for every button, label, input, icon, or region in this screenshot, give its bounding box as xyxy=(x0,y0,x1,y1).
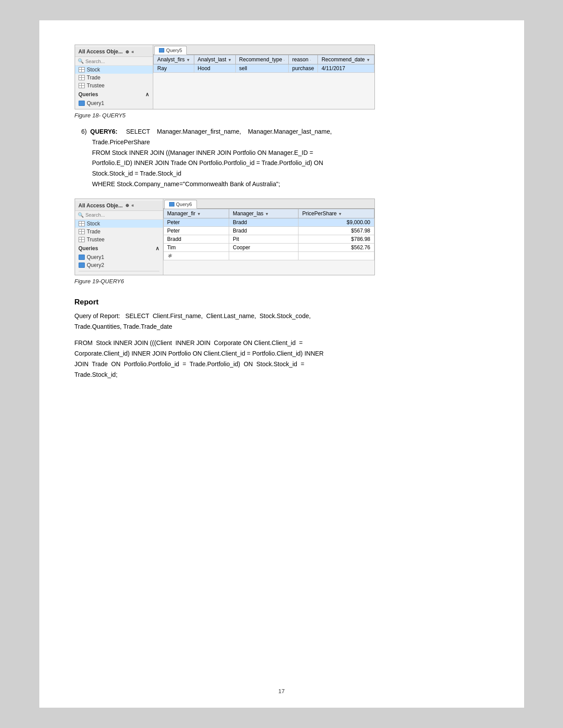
cell-mgr-last-2: Pit xyxy=(229,235,299,243)
nav-item-trustee-5[interactable]: Trustee xyxy=(75,82,153,90)
access-content-5: Query5 Analyst_firs ▼ Analyst_last ▼ Rec… xyxy=(153,45,374,109)
nav-label-trustee-5: Trustee xyxy=(87,83,105,89)
nav-search-6[interactable]: 🔍 xyxy=(75,211,163,220)
report-query-para1: Query of Report: SELECT Client.First_nam… xyxy=(75,311,489,332)
cell-recommend-type: sell xyxy=(235,64,288,73)
col-recommend-type[interactable]: Recommend_type · xyxy=(235,55,288,64)
cell-mgr-first-0: Peter xyxy=(163,218,229,226)
tab-label-6: Query6 xyxy=(176,202,192,207)
report-query-para2: FROM Stock INNER JOIN (((Client INNER JO… xyxy=(75,338,489,380)
query6-block: 6) QUERY6: SELECT Manager.Manager_first_… xyxy=(75,127,489,190)
figure18-caption: Figure 18- QUERY5 xyxy=(75,112,489,119)
col-mgr-first[interactable]: Manager_fir ▼ xyxy=(163,209,229,218)
query6-label: QUERY6: xyxy=(90,128,117,135)
figure19-caption: Figure 19-QUERY6 xyxy=(75,278,489,285)
search-input-6[interactable] xyxy=(86,212,160,218)
cell-analyst-first: Ray xyxy=(154,64,194,73)
col-analyst-last[interactable]: Analyst_last ▼ xyxy=(194,55,235,64)
query-icon-2-6 xyxy=(79,263,85,268)
col-recommend-date[interactable]: Recommend_date ▼ xyxy=(318,55,374,64)
nav-label-trade-5: Trade xyxy=(87,75,101,81)
cell-price-2: $786.98 xyxy=(299,235,374,243)
table-row-new[interactable]: ✱ xyxy=(163,251,374,260)
search-icon-5: 🔍 xyxy=(78,58,84,64)
report-heading: Report xyxy=(75,298,489,307)
access-panel-query5: All Access Obje... ⊕ « 🔍 Stock Trade xyxy=(75,45,375,109)
nav-section-label-5: Queries xyxy=(79,91,98,98)
tab-icon-5 xyxy=(159,48,164,53)
cell-price-1: $567.98 xyxy=(299,226,374,235)
nav-label-trade-6: Trade xyxy=(87,229,101,235)
nav-section-chevron-6[interactable]: ∧ xyxy=(155,245,159,251)
query6-table: Manager_fir ▼ Manager_las ▼ PricePerShar… xyxy=(163,209,374,260)
nav-header-6: All Access Obje... ⊕ « xyxy=(75,201,163,211)
nav-item-stock-5[interactable]: Stock xyxy=(75,66,153,74)
nav-label-stock-5: Stock xyxy=(87,67,100,73)
query6-line6: WHERE Stock.Company_name="Commonwealth B… xyxy=(75,179,489,190)
nav-item-query1-6[interactable]: Query1 xyxy=(75,253,163,261)
nav-item-trustee-6[interactable]: Trustee xyxy=(75,236,163,244)
query6-line2: Trade.PricePerShare xyxy=(75,137,489,148)
nav-label-query2-6: Query2 xyxy=(87,262,104,268)
table-row[interactable]: Peter Bradd $567.98 xyxy=(163,226,374,235)
nav-section-chevron-5[interactable]: ∧ xyxy=(145,91,149,98)
cell-mgr-first-3: Tim xyxy=(163,243,229,251)
table-row[interactable]: Ray Hood sell purchase 4/11/2017 xyxy=(154,64,374,73)
nav-item-query1-5[interactable]: Query1 xyxy=(75,99,153,107)
nav-search-5[interactable]: 🔍 xyxy=(75,57,153,66)
nav-item-trade-6[interactable]: Trade xyxy=(75,228,163,236)
cell-empty-1 xyxy=(229,251,299,260)
table-row[interactable]: Tim Cooper $562.76 xyxy=(163,243,374,251)
figure19-container: All Access Obje... ⊕ « 🔍 Stock Trade xyxy=(75,199,489,285)
cell-mgr-first-1: Peter xyxy=(163,226,229,235)
cell-mgr-last-1: Bradd xyxy=(229,226,299,235)
query5-table: Analyst_firs ▼ Analyst_last ▼ Recommend_… xyxy=(153,55,374,73)
access-panel-query6: All Access Obje... ⊕ « 🔍 Stock Trade xyxy=(75,199,375,275)
nav-collapse-5[interactable]: « xyxy=(132,49,134,54)
table-row[interactable]: Bradd Pit $786.98 xyxy=(163,235,374,243)
tab-query5[interactable]: Query5 xyxy=(154,46,187,55)
nav-title-6: All Access Obje... xyxy=(79,203,123,209)
nav-label-trustee-6: Trustee xyxy=(87,236,105,243)
nav-collapse-6[interactable]: « xyxy=(132,203,134,208)
nav-section-queries-5: Queries ∧ xyxy=(75,90,153,99)
search-input-5[interactable] xyxy=(86,59,151,64)
tab-bar-5: Query5 xyxy=(153,45,374,55)
tab-icon-6 xyxy=(169,202,174,206)
col-analyst-first[interactable]: Analyst_firs ▼ xyxy=(154,55,194,64)
report-section: Report Query of Report: SELECT Client.Fi… xyxy=(75,298,489,380)
nav-item-trade-5[interactable]: Trade xyxy=(75,74,153,82)
table-icon-trade-6 xyxy=(79,229,85,234)
tab-query6[interactable]: Query6 xyxy=(164,200,197,209)
table-icon-stock-6 xyxy=(79,221,85,226)
col-price-per-share[interactable]: PricePerShare ▼ xyxy=(299,209,374,218)
table-icon-trustee-5 xyxy=(79,83,85,88)
nav-item-query2-6[interactable]: Query2 xyxy=(75,261,163,269)
col-mgr-last[interactable]: Manager_las ▼ xyxy=(229,209,299,218)
table-icon-trade-5 xyxy=(79,75,85,80)
access-nav-6: All Access Obje... ⊕ « 🔍 Stock Trade xyxy=(75,199,163,275)
nav-section-label-6: Queries xyxy=(79,245,98,251)
nav-label-query1-6: Query1 xyxy=(87,254,104,260)
nav-chevron-6: ⊕ xyxy=(125,203,129,208)
table-row[interactable]: Peter Bradd $9,000.00 xyxy=(163,218,374,226)
access-content-6: Query6 Manager_fir ▼ Manager_las ▼ Price… xyxy=(163,199,374,275)
nav-item-stock-6[interactable]: Stock xyxy=(75,220,163,228)
cell-empty-2 xyxy=(299,251,374,260)
query6-line3: FROM Stock INNER JOIN ((Manager INNER JO… xyxy=(75,148,489,158)
cell-recommend-date: 4/11/2017 xyxy=(318,64,374,73)
cell-price-3: $562.76 xyxy=(299,243,374,251)
nav-header-5: All Access Obje... ⊕ « xyxy=(75,47,153,57)
table-icon-stock-5 xyxy=(79,67,85,72)
nav-label-stock-6: Stock xyxy=(87,221,100,227)
col-reason[interactable]: reason · xyxy=(288,55,317,64)
access-nav-5: All Access Obje... ⊕ « 🔍 Stock Trade xyxy=(75,45,154,109)
query6-line4: Portfolio.E_ID) INNER JOIN Trade ON Port… xyxy=(75,158,489,169)
nav-chevron-5: ⊕ xyxy=(125,49,129,54)
cell-asterisk: ✱ xyxy=(163,251,229,260)
figure18-container: All Access Obje... ⊕ « 🔍 Stock Trade xyxy=(75,45,489,119)
search-icon-6: 🔍 xyxy=(78,212,84,218)
table-icon-trustee-6 xyxy=(79,237,85,242)
query-of-report-label: Query of Report: xyxy=(75,312,121,319)
tab-bar-6: Query6 xyxy=(163,199,374,209)
